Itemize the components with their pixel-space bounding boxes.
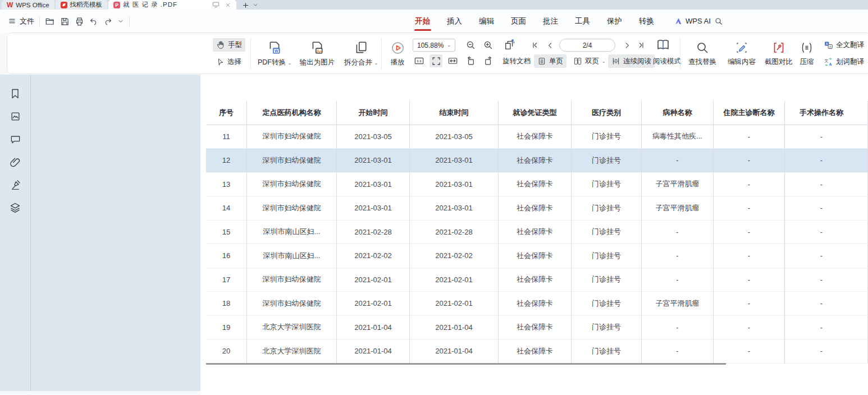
zoom-in-button[interactable] (482, 39, 495, 52)
next-page-button[interactable] (620, 39, 633, 52)
table-cell: 2021-03-05 (337, 125, 410, 149)
ribbon-tab-7[interactable]: 保护 (606, 11, 623, 32)
tab-wps-office[interactable]: W WPS Office (2, 0, 54, 10)
column-header: 医疗类别 (572, 101, 642, 125)
ribbon-tab-1[interactable]: 开始 (414, 11, 431, 32)
zoom-level-control[interactable]: 105.88% ⌄ (413, 39, 455, 52)
column-header: 结束时间 (410, 101, 499, 125)
pdf-convert-button[interactable]: PDF转换 ⌄ (254, 36, 295, 71)
table-cell: 2021-02-01 (337, 268, 410, 292)
column-header-stub (858, 101, 868, 125)
column-header: 序号 (206, 101, 247, 125)
save-button[interactable] (60, 16, 70, 26)
full-translate-button[interactable]: 全文翻译 (820, 38, 867, 52)
horizontal-scrollbar[interactable] (0, 391, 200, 395)
ribbon-tab-4[interactable]: 页面 (510, 11, 527, 32)
undo-button[interactable] (89, 16, 98, 26)
double-page-button[interactable]: 双页 ⌄ (570, 54, 609, 68)
table-cell-stub (858, 149, 868, 173)
table-cell: 2021-03-01 (337, 149, 410, 173)
rotate-left-icon (465, 56, 476, 66)
export-image-button[interactable]: 输出为图片 (296, 36, 339, 71)
tab-document-pdf[interactable]: P 就 医 记 录 .PDF (108, 0, 236, 10)
rotate-document-label: 旋转文档 (502, 57, 531, 66)
split-merge-label: 拆分合并 (344, 58, 372, 66)
table-cell: - (714, 316, 785, 340)
file-menu-button[interactable]: 文件 (8, 16, 34, 26)
close-tab-icon[interactable] (225, 1, 231, 8)
compress-button[interactable]: 压缩 (794, 36, 819, 71)
last-page-button[interactable] (635, 39, 648, 52)
word-translate-button[interactable]: 划词翻译 ⌄ (820, 55, 868, 68)
rotate-right-button[interactable] (482, 54, 495, 67)
table-cell: - (714, 292, 785, 316)
table-cell: 2021-02-02 (410, 244, 499, 268)
find-replace-button[interactable]: 查找替换 (684, 36, 720, 71)
single-page-button[interactable]: 单页 (534, 54, 567, 68)
replace-page-button[interactable] (502, 38, 517, 51)
ribbon-tab-2[interactable]: 插入 (446, 11, 463, 32)
ribbon-tab-8[interactable]: 转换 (638, 11, 655, 32)
layers-panel-button[interactable] (10, 202, 21, 213)
table-cell: - (642, 268, 714, 292)
table-cell: 深圳市妇幼保健院 (247, 173, 337, 197)
rotate-right-icon (483, 56, 494, 66)
medical-records-table: 序号定点医药机构名称开始时间结束时间就诊凭证类型医疗类别病种名称住院主诊断名称手… (206, 101, 868, 364)
continuous-read-button[interactable]: 连续阅读 (608, 54, 655, 68)
tab-docer-templates[interactable]: 找稻壳模板 (56, 0, 108, 10)
full-translate-label: 全文翻译 (836, 40, 864, 50)
select-tool-label: 选择 (227, 57, 241, 67)
table-cell: - (785, 221, 858, 245)
screenshot-compare-button[interactable]: 截图对比 (761, 36, 797, 71)
ribbon-tab-6[interactable]: 工具 (574, 11, 591, 32)
cast-screen-icon[interactable] (212, 1, 220, 8)
read-mode-button[interactable]: 阅读模式 (650, 54, 684, 68)
table-cell: 2021-02-02 (337, 244, 410, 268)
split-merge-button[interactable]: 拆分合并 ⌄ (341, 36, 381, 71)
print-button[interactable] (75, 16, 84, 26)
open-file-button[interactable] (45, 16, 55, 26)
ribbon-tab-5[interactable]: 批注 (542, 11, 559, 32)
play-button[interactable]: 播放 (385, 36, 410, 71)
attachments-panel-button[interactable] (10, 157, 21, 168)
menu-bar: 文件 开始插入编辑页面批注工具保护转换 WPS AI (0, 10, 868, 33)
table-cell: - (785, 268, 858, 292)
page-number-input[interactable]: 2/4 (559, 39, 615, 52)
edit-content-button[interactable]: 编辑内容 (724, 36, 760, 71)
first-page-button[interactable] (528, 39, 541, 52)
ribbon-tabs: 开始插入编辑页面批注工具保护转换 (414, 10, 655, 33)
table-cell: 深圳市妇幼保健院 (247, 268, 337, 292)
new-tab-button[interactable] (242, 1, 249, 10)
table-cell: 门诊挂号 (572, 125, 642, 149)
column-header: 开始时间 (337, 101, 410, 125)
signature-panel-button[interactable] (10, 180, 21, 190)
table-cell: 2021-01-04 (410, 316, 499, 340)
table-bottom-border (206, 363, 726, 365)
fit-width-button[interactable] (446, 54, 459, 67)
wps-ai-button[interactable]: WPS AI (674, 10, 711, 33)
rotate-document-button[interactable]: 旋转文档 (499, 54, 534, 68)
hand-tool-button[interactable]: 手型 (213, 38, 245, 52)
table-cell: 病毒性其他疾... (642, 125, 714, 149)
table-cell: - (714, 244, 785, 268)
menu-search-icon[interactable] (714, 16, 723, 26)
compress-label: 压缩 (800, 57, 814, 67)
table-cell: 2021-03-05 (410, 125, 499, 149)
select-tool-button[interactable]: 选择 (213, 55, 245, 68)
table-cell: 13 (206, 173, 247, 197)
bookmarks-panel-button[interactable] (10, 88, 21, 99)
previous-page-button[interactable] (543, 39, 556, 52)
quick-access-chevron-icon[interactable] (117, 16, 124, 26)
ribbon-tab-3[interactable]: 编辑 (478, 11, 495, 32)
redo-button[interactable] (103, 16, 112, 26)
tab-list-chevron-icon[interactable] (253, 2, 258, 8)
zoom-out-button[interactable] (464, 39, 477, 52)
column-header: 定点医药机构名称 (247, 101, 337, 125)
hand-icon (216, 40, 225, 49)
rotate-left-button[interactable] (464, 54, 477, 67)
comments-panel-button[interactable] (10, 134, 21, 144)
table-cell: 子宫平滑肌瘤 (642, 292, 714, 316)
thumbnails-panel-button[interactable] (10, 111, 21, 122)
actual-size-button[interactable] (413, 54, 426, 67)
fit-page-button[interactable] (430, 54, 442, 67)
